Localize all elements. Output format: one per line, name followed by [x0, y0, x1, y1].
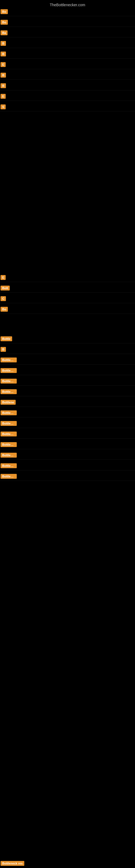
bottom-btn-4[interactable]: Bottleneck re — [1, 379, 17, 383]
list-item: Bottleneck resu — [0, 452, 135, 460]
list-item: C — [0, 296, 135, 303]
bottom-btn-9[interactable]: Bottleneck resu — [1, 432, 17, 436]
btn-0[interactable]: Bo — [1, 9, 8, 14]
list-item: Bottle — [0, 336, 135, 343]
list-item: Bottleneck re — [0, 378, 135, 386]
list-item: Bottlenec — [0, 357, 135, 365]
lower-btn-0[interactable]: E — [1, 275, 6, 280]
lower-section: E Bott C Bo — [0, 274, 135, 314]
top-section: Bo Bo Ba B B E B — [0, 8, 135, 112]
bottom-btn-0[interactable]: Bottle — [1, 336, 12, 341]
lower-btn-1[interactable]: Bott — [1, 286, 10, 290]
btn-6[interactable]: B — [1, 73, 6, 78]
bottom-btn-11[interactable]: Bottleneck resu — [1, 453, 17, 458]
btn-7[interactable]: B — [1, 83, 6, 88]
list-item: B — [0, 51, 135, 59]
bottom-btn-8[interactable]: Bottleneck resu — [1, 421, 17, 426]
bottom-btn-6[interactable]: Bottlene — [1, 400, 16, 405]
list-item: Bo — [0, 306, 135, 314]
list-item: Bott — [0, 285, 135, 293]
bottom-btn-7[interactable]: Bottleneck re — [1, 410, 17, 415]
btn-1[interactable]: Bo — [1, 20, 8, 25]
list-item: Bottlene — [0, 399, 135, 407]
site-header: TheBottlenecker.com — [0, 0, 135, 8]
btn-4[interactable]: B — [1, 52, 6, 56]
bottleneck-result-label: Bottleneck res — [0, 860, 25, 868]
list-item: S — [0, 104, 135, 112]
chart-area — [0, 112, 135, 274]
btn-8[interactable]: E — [1, 94, 6, 99]
list-item: E — [0, 274, 135, 282]
btn-3[interactable]: B — [1, 41, 6, 46]
bottleneck-result-btn[interactable]: Bottleneck res — [1, 861, 24, 866]
bottom-btn-13[interactable]: Bottleneck re — [1, 474, 17, 479]
lower-btn-2[interactable]: C — [1, 296, 6, 301]
list-item: Bottleneck re — [0, 473, 135, 481]
btn-2[interactable]: Ba — [1, 30, 8, 35]
lower-btn-3[interactable]: Bo — [1, 307, 8, 312]
list-item: Bo — [0, 8, 135, 16]
bottom-btn-1[interactable]: B — [1, 347, 6, 352]
list-item: Bottleneck resu — [0, 431, 135, 439]
list-item: B — [0, 346, 135, 354]
btn-9[interactable]: S — [1, 104, 6, 109]
list-item: B — [0, 40, 135, 48]
bottleneck-section: Bottle B Bottlenec Bottleneck Bottleneck… — [0, 336, 135, 481]
list-item: Bottleneck d — [0, 389, 135, 396]
list-item: Bottleneck — [0, 367, 135, 375]
list-item: Bo — [0, 19, 135, 27]
list-item: E — [0, 61, 135, 69]
list-item: Bottleneck resu — [0, 441, 135, 449]
bottom-btn-10[interactable]: Bottleneck resu — [1, 442, 17, 447]
list-item: Bottleneck resu — [0, 420, 135, 428]
list-item: Ba — [0, 30, 135, 37]
bottom-btn-3[interactable]: Bottleneck — [1, 368, 17, 373]
btn-5[interactable]: E — [1, 62, 6, 67]
list-item: B — [0, 83, 135, 90]
list-item: Bottleneck re — [0, 410, 135, 417]
bottom-btn-2[interactable]: Bottlenec — [1, 358, 17, 362]
list-item: B — [0, 72, 135, 80]
list-item: Bottleneck resu — [0, 463, 135, 470]
list-item: E — [0, 93, 135, 101]
mid-spacer — [0, 314, 135, 336]
bottom-btn-12[interactable]: Bottleneck resu — [1, 463, 17, 468]
bottom-btn-5[interactable]: Bottleneck d — [1, 389, 17, 394]
